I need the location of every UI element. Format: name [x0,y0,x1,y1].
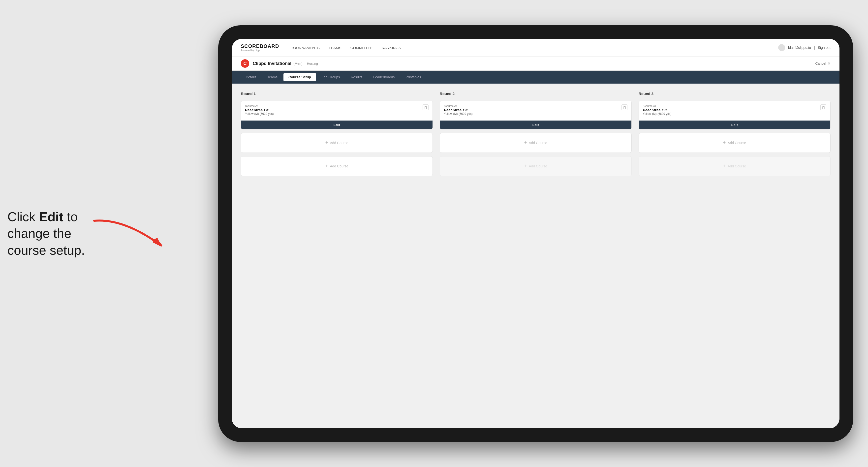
round-2-add-course-1[interactable]: + Add Course [440,133,632,153]
round-3-add-course-2: + Add Course [639,156,831,176]
round-1-course-a-card: (Course A) Peachtree GC Yellow (M) (6629… [241,101,433,129]
tab-results[interactable]: Results [346,73,367,81]
round-3-column: Round 3 (Course A) Peachtree GC Yellow (… [639,92,831,176]
round-3-course-a-card: (Course A) Peachtree GC Yellow (M) (6629… [639,101,831,129]
add-icon-4: + [524,163,527,169]
course-label-3: (Course A) [643,104,672,107]
course-name-3: Peachtree GC [643,108,672,112]
instruction-bold: Edit [39,209,63,224]
add-icon-2: + [326,163,328,169]
course-name: Peachtree GC [245,108,274,112]
scoreboard-logo: SCOREBOARD Powered by clippd [241,43,279,52]
tournament-name: Clippd Invitational [253,61,291,66]
cancel-button[interactable]: Cancel ✕ [815,62,831,65]
main-content: Round 1 (Course A) Peachtree GC Yellow (… [232,84,839,428]
add-icon-1: + [326,140,328,145]
add-course-label-3: Add Course [529,141,547,145]
logo-title: SCOREBOARD [241,43,279,49]
instruction-prefix: Click [7,209,39,224]
nav-links: TOURNAMENTS TEAMS COMMITTEE RANKINGS [291,45,778,50]
course-card-header: (Course A) Peachtree GC Yellow (M) (6629… [245,104,429,116]
tab-printables[interactable]: Printables [401,73,426,81]
course-name-2: Peachtree GC [444,108,473,112]
add-course-label-4: Add Course [529,164,547,168]
course-card-header-2: (Course A) Peachtree GC Yellow (M) (6629… [444,104,627,116]
round-2-edit-button[interactable]: Edit [440,121,631,129]
course-card-header-3: (Course A) Peachtree GC Yellow (M) (6629… [643,104,826,116]
nav-tournaments[interactable]: TOURNAMENTS [291,45,320,50]
round-2-title: Round 2 [440,92,632,96]
round-1-add-course-1[interactable]: + Add Course [241,133,433,153]
top-nav: SCOREBOARD Powered by clippd TOURNAMENTS… [232,39,839,57]
course-label-2: (Course A) [444,104,473,107]
round-1-edit-button[interactable]: Edit [241,121,433,129]
round-3-edit-button[interactable]: Edit [639,121,830,129]
tab-course-setup[interactable]: Course Setup [283,73,316,81]
round-1-column: Round 1 (Course A) Peachtree GC Yellow (… [241,92,433,176]
tab-bar: Details Teams Course Setup Tee Groups Re… [232,71,839,84]
tab-leaderboards[interactable]: Leaderboards [368,73,400,81]
nav-committee[interactable]: COMMITTEE [350,45,373,50]
course-info: (Course A) Peachtree GC Yellow (M) (6629… [245,104,274,116]
tab-tee-groups[interactable]: Tee Groups [317,73,345,81]
logo-subtitle: Powered by clippd [241,49,279,52]
user-email: blair@clippd.io [788,45,811,50]
add-course-label-5: Add Course [727,141,746,145]
add-icon-6: + [723,163,726,169]
round-2-course-delete-button[interactable]: ⊓ [621,104,627,111]
cancel-icon: ✕ [828,62,831,65]
round-2-add-course-2: + Add Course [440,156,632,176]
round-2-column: Round 2 (Course A) Peachtree GC Yellow (… [440,92,632,176]
arrow-annotation [74,213,223,263]
course-delete-button[interactable]: ⊓ [423,104,429,111]
course-label: (Course A) [245,104,274,107]
course-info-2: (Course A) Peachtree GC Yellow (M) (6629… [444,104,473,116]
top-nav-right: blair@clippd.io | Sign out [778,44,831,51]
round-3-title: Round 3 [639,92,831,96]
add-course-label-6: Add Course [727,164,746,168]
add-course-label-1: Add Course [330,141,348,145]
course-tee: Yellow (M) (6629 yds) [245,112,274,116]
tablet-shell: SCOREBOARD Powered by clippd TOURNAMENTS… [218,25,853,442]
tournament-bar: C Clippd Invitational (Men) Hosting Canc… [232,57,839,71]
tournament-status: Hosting [307,62,318,65]
course-info-3: (Course A) Peachtree GC Yellow (M) (6629… [643,104,672,116]
add-course-label-2: Add Course [330,164,348,168]
tablet-screen: SCOREBOARD Powered by clippd TOURNAMENTS… [232,39,839,428]
course-tee-2: Yellow (M) (6629 yds) [444,112,473,116]
user-avatar [778,44,785,51]
add-icon-3: + [524,140,527,145]
tab-teams[interactable]: Teams [262,73,282,81]
tab-details[interactable]: Details [241,73,261,81]
round-1-add-course-2[interactable]: + Add Course [241,156,433,176]
pipe-separator: | [814,45,815,50]
round-1-title: Round 1 [241,92,433,96]
add-icon-5: + [723,140,726,145]
round-3-add-course-1[interactable]: + Add Course [639,133,831,153]
nav-teams[interactable]: TEAMS [329,45,341,50]
round-3-course-delete-button[interactable]: ⊓ [820,104,826,111]
tournament-gender: (Men) [293,62,303,65]
nav-rankings[interactable]: RANKINGS [382,45,401,50]
rounds-grid: Round 1 (Course A) Peachtree GC Yellow (… [241,92,831,176]
tournament-logo-icon: C [241,59,249,68]
course-tee-3: Yellow (M) (6629 yds) [643,112,672,116]
sign-out-link[interactable]: Sign out [818,45,831,50]
round-2-course-a-card: (Course A) Peachtree GC Yellow (M) (6629… [440,101,632,129]
